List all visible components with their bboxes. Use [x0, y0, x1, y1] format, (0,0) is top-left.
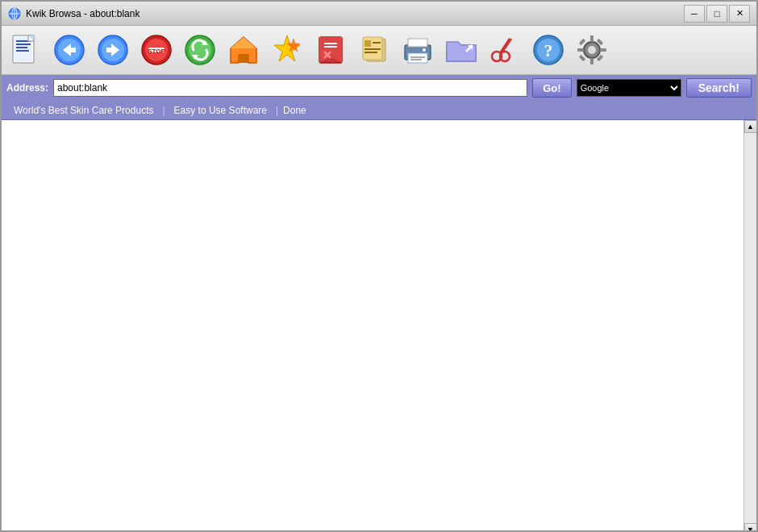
vertical-scrollbar[interactable]: ▲ ▼ [743, 120, 756, 532]
svg-rect-9 [16, 50, 29, 52]
bookmark-separator: | [160, 105, 166, 116]
done-label: Done [283, 105, 306, 116]
back-button[interactable] [48, 29, 90, 71]
svg-point-46 [423, 48, 426, 52]
svg-rect-47 [410, 56, 425, 58]
svg-rect-60 [590, 35, 593, 42]
stop-button[interactable]: STOP [135, 29, 177, 71]
svg-rect-48 [410, 59, 422, 60]
svg-rect-8 [16, 47, 27, 48]
title-bar: Kwik Browsa - about:blank ─ □ ✕ [2, 2, 756, 26]
new-document-button[interactable] [5, 29, 47, 71]
search-engine-select[interactable]: Google Bing Yahoo [577, 79, 681, 97]
favorites-button[interactable] [266, 29, 308, 71]
content-area: ▲ ▼ [2, 120, 756, 532]
maximize-button[interactable]: □ [706, 5, 727, 23]
svg-rect-66 [579, 55, 585, 61]
print-button[interactable] [397, 29, 439, 71]
svg-point-59 [588, 46, 596, 54]
go-button[interactable]: Go! [532, 78, 571, 98]
bookmark-skin-care[interactable]: World's Best Skin Care Products [6, 103, 160, 118]
help-button[interactable]: ? [527, 29, 569, 71]
svg-marker-27 [231, 37, 256, 48]
svg-rect-28 [239, 55, 248, 63]
bookmarks-bar: World's Best Skin Care Products | Easy t… [2, 101, 756, 120]
folder-button[interactable] [440, 29, 482, 71]
scroll-down-arrow[interactable]: ▼ [744, 523, 757, 532]
svg-rect-42 [364, 52, 377, 53]
svg-text:?: ? [544, 40, 553, 60]
minimize-button[interactable]: ─ [684, 5, 705, 23]
home-button[interactable] [223, 29, 264, 71]
svg-rect-7 [16, 44, 31, 45]
title-left: Kwik Browsa - about:blank [8, 7, 140, 20]
cut-button[interactable] [484, 29, 526, 71]
svg-rect-64 [579, 39, 585, 45]
bookmark-easy-use[interactable]: Easy to Use Software [167, 103, 274, 118]
svg-rect-62 [577, 48, 584, 52]
svg-point-23 [189, 39, 211, 61]
toolbar: STOP [2, 26, 756, 75]
svg-rect-40 [373, 42, 381, 44]
svg-rect-61 [590, 58, 593, 64]
svg-rect-41 [364, 48, 381, 50]
bookmark-separator-2: | [274, 105, 280, 116]
browser-icon [8, 7, 21, 20]
address-input[interactable] [53, 79, 527, 97]
search-button[interactable]: Search! [686, 78, 752, 98]
settings-button[interactable] [571, 29, 613, 71]
address-label: Address: [6, 82, 48, 94]
scroll-up-arrow[interactable]: ▲ [744, 120, 757, 133]
address-bar: Address: Go! Google Bing Yahoo Search! [2, 75, 756, 101]
refresh-button[interactable] [179, 29, 221, 71]
svg-text:STOP: STOP [148, 48, 165, 55]
title-controls: ─ □ ✕ [684, 5, 750, 23]
page-button[interactable] [353, 29, 395, 71]
svg-rect-45 [408, 39, 427, 47]
bookmark-button[interactable] [310, 29, 352, 71]
window-title: Kwik Browsa - about:blank [26, 8, 140, 19]
forward-button[interactable] [92, 29, 134, 71]
svg-rect-39 [364, 40, 371, 47]
svg-rect-63 [600, 48, 606, 52]
close-button[interactable]: ✕ [729, 5, 750, 23]
